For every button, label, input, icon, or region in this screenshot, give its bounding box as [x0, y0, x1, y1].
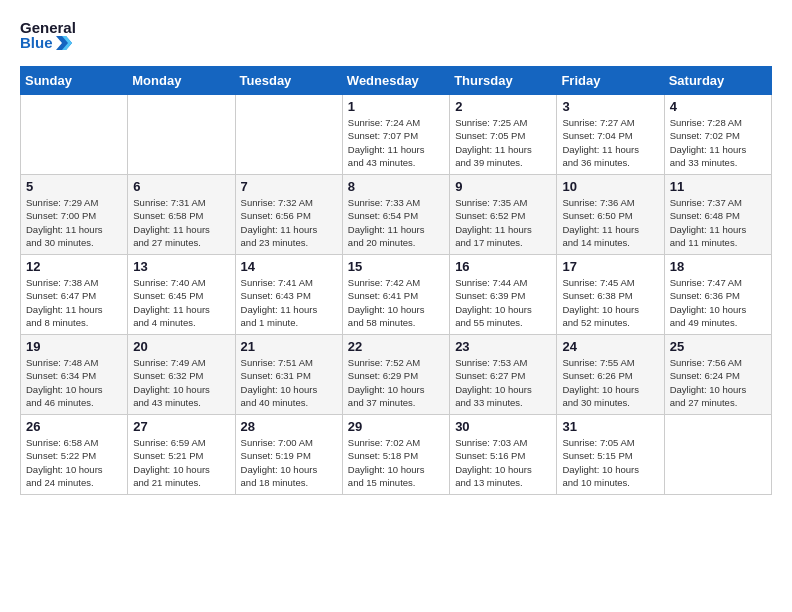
calendar-cell: 27Sunrise: 6:59 AM Sunset: 5:21 PM Dayli…: [128, 415, 235, 495]
cell-content: Sunrise: 7:53 AM Sunset: 6:27 PM Dayligh…: [455, 356, 551, 409]
calendar-cell: 5Sunrise: 7:29 AM Sunset: 7:00 PM Daylig…: [21, 175, 128, 255]
cell-content: Sunrise: 7:47 AM Sunset: 6:36 PM Dayligh…: [670, 276, 766, 329]
calendar-cell: 31Sunrise: 7:05 AM Sunset: 5:15 PM Dayli…: [557, 415, 664, 495]
cell-content: Sunrise: 7:25 AM Sunset: 7:05 PM Dayligh…: [455, 116, 551, 169]
cell-date-number: 4: [670, 99, 766, 114]
calendar-week-1: 1Sunrise: 7:24 AM Sunset: 7:07 PM Daylig…: [21, 95, 772, 175]
calendar-cell: 10Sunrise: 7:36 AM Sunset: 6:50 PM Dayli…: [557, 175, 664, 255]
header: General Blue: [20, 20, 772, 50]
cell-date-number: 24: [562, 339, 658, 354]
cell-date-number: 29: [348, 419, 444, 434]
cell-content: Sunrise: 7:45 AM Sunset: 6:38 PM Dayligh…: [562, 276, 658, 329]
cell-date-number: 15: [348, 259, 444, 274]
cell-date-number: 27: [133, 419, 229, 434]
cell-date-number: 1: [348, 99, 444, 114]
weekday-tuesday: Tuesday: [235, 67, 342, 95]
logo: General Blue: [20, 20, 76, 50]
cell-content: Sunrise: 7:31 AM Sunset: 6:58 PM Dayligh…: [133, 196, 229, 249]
cell-content: Sunrise: 7:42 AM Sunset: 6:41 PM Dayligh…: [348, 276, 444, 329]
weekday-saturday: Saturday: [664, 67, 771, 95]
calendar-cell: 30Sunrise: 7:03 AM Sunset: 5:16 PM Dayli…: [450, 415, 557, 495]
calendar-cell: 25Sunrise: 7:56 AM Sunset: 6:24 PM Dayli…: [664, 335, 771, 415]
calendar-cell: [21, 95, 128, 175]
cell-date-number: 5: [26, 179, 122, 194]
calendar-cell: [128, 95, 235, 175]
cell-date-number: 31: [562, 419, 658, 434]
cell-date-number: 2: [455, 99, 551, 114]
calendar-cell: 16Sunrise: 7:44 AM Sunset: 6:39 PM Dayli…: [450, 255, 557, 335]
weekday-wednesday: Wednesday: [342, 67, 449, 95]
cell-content: Sunrise: 7:40 AM Sunset: 6:45 PM Dayligh…: [133, 276, 229, 329]
cell-date-number: 17: [562, 259, 658, 274]
cell-date-number: 30: [455, 419, 551, 434]
cell-content: Sunrise: 7:35 AM Sunset: 6:52 PM Dayligh…: [455, 196, 551, 249]
cell-date-number: 22: [348, 339, 444, 354]
cell-content: Sunrise: 7:38 AM Sunset: 6:47 PM Dayligh…: [26, 276, 122, 329]
calendar-cell: 17Sunrise: 7:45 AM Sunset: 6:38 PM Dayli…: [557, 255, 664, 335]
cell-date-number: 13: [133, 259, 229, 274]
cell-content: Sunrise: 7:48 AM Sunset: 6:34 PM Dayligh…: [26, 356, 122, 409]
calendar-cell: 13Sunrise: 7:40 AM Sunset: 6:45 PM Dayli…: [128, 255, 235, 335]
cell-date-number: 3: [562, 99, 658, 114]
cell-content: Sunrise: 7:37 AM Sunset: 6:48 PM Dayligh…: [670, 196, 766, 249]
cell-date-number: 14: [241, 259, 337, 274]
logo-wordmark: General Blue: [20, 20, 76, 50]
weekday-monday: Monday: [128, 67, 235, 95]
calendar-cell: 12Sunrise: 7:38 AM Sunset: 6:47 PM Dayli…: [21, 255, 128, 335]
cell-date-number: 16: [455, 259, 551, 274]
cell-content: Sunrise: 7:51 AM Sunset: 6:31 PM Dayligh…: [241, 356, 337, 409]
cell-date-number: 12: [26, 259, 122, 274]
logo-arrow-icon: [56, 36, 72, 50]
calendar-cell: 11Sunrise: 7:37 AM Sunset: 6:48 PM Dayli…: [664, 175, 771, 255]
cell-content: Sunrise: 7:41 AM Sunset: 6:43 PM Dayligh…: [241, 276, 337, 329]
logo-blue-text: Blue: [20, 35, 76, 50]
page: General Blue SundayMondayTuesdayWednesda…: [0, 0, 792, 515]
calendar-cell: 2Sunrise: 7:25 AM Sunset: 7:05 PM Daylig…: [450, 95, 557, 175]
cell-date-number: 7: [241, 179, 337, 194]
cell-content: Sunrise: 7:44 AM Sunset: 6:39 PM Dayligh…: [455, 276, 551, 329]
calendar-cell: 19Sunrise: 7:48 AM Sunset: 6:34 PM Dayli…: [21, 335, 128, 415]
weekday-sunday: Sunday: [21, 67, 128, 95]
cell-content: Sunrise: 6:59 AM Sunset: 5:21 PM Dayligh…: [133, 436, 229, 489]
weekday-thursday: Thursday: [450, 67, 557, 95]
calendar-cell: 1Sunrise: 7:24 AM Sunset: 7:07 PM Daylig…: [342, 95, 449, 175]
calendar-cell: 3Sunrise: 7:27 AM Sunset: 7:04 PM Daylig…: [557, 95, 664, 175]
cell-date-number: 10: [562, 179, 658, 194]
cell-date-number: 25: [670, 339, 766, 354]
calendar-cell: 22Sunrise: 7:52 AM Sunset: 6:29 PM Dayli…: [342, 335, 449, 415]
cell-date-number: 26: [26, 419, 122, 434]
logo-general-text: General: [20, 20, 76, 35]
calendar-week-3: 12Sunrise: 7:38 AM Sunset: 6:47 PM Dayli…: [21, 255, 772, 335]
calendar-cell: 26Sunrise: 6:58 AM Sunset: 5:22 PM Dayli…: [21, 415, 128, 495]
cell-content: Sunrise: 7:32 AM Sunset: 6:56 PM Dayligh…: [241, 196, 337, 249]
cell-content: Sunrise: 7:55 AM Sunset: 6:26 PM Dayligh…: [562, 356, 658, 409]
cell-content: Sunrise: 7:24 AM Sunset: 7:07 PM Dayligh…: [348, 116, 444, 169]
calendar-cell: 14Sunrise: 7:41 AM Sunset: 6:43 PM Dayli…: [235, 255, 342, 335]
cell-date-number: 11: [670, 179, 766, 194]
calendar-week-5: 26Sunrise: 6:58 AM Sunset: 5:22 PM Dayli…: [21, 415, 772, 495]
calendar-cell: 8Sunrise: 7:33 AM Sunset: 6:54 PM Daylig…: [342, 175, 449, 255]
calendar-week-2: 5Sunrise: 7:29 AM Sunset: 7:00 PM Daylig…: [21, 175, 772, 255]
calendar-cell: 9Sunrise: 7:35 AM Sunset: 6:52 PM Daylig…: [450, 175, 557, 255]
cell-content: Sunrise: 7:56 AM Sunset: 6:24 PM Dayligh…: [670, 356, 766, 409]
calendar-cell: 23Sunrise: 7:53 AM Sunset: 6:27 PM Dayli…: [450, 335, 557, 415]
calendar-table: SundayMondayTuesdayWednesdayThursdayFrid…: [20, 66, 772, 495]
cell-content: Sunrise: 7:28 AM Sunset: 7:02 PM Dayligh…: [670, 116, 766, 169]
calendar-cell: 24Sunrise: 7:55 AM Sunset: 6:26 PM Dayli…: [557, 335, 664, 415]
cell-content: Sunrise: 7:49 AM Sunset: 6:32 PM Dayligh…: [133, 356, 229, 409]
calendar-cell: 4Sunrise: 7:28 AM Sunset: 7:02 PM Daylig…: [664, 95, 771, 175]
calendar-cell: 15Sunrise: 7:42 AM Sunset: 6:41 PM Dayli…: [342, 255, 449, 335]
calendar-week-4: 19Sunrise: 7:48 AM Sunset: 6:34 PM Dayli…: [21, 335, 772, 415]
cell-date-number: 21: [241, 339, 337, 354]
calendar-cell: [235, 95, 342, 175]
weekday-header-row: SundayMondayTuesdayWednesdayThursdayFrid…: [21, 67, 772, 95]
calendar-cell: 7Sunrise: 7:32 AM Sunset: 6:56 PM Daylig…: [235, 175, 342, 255]
cell-date-number: 23: [455, 339, 551, 354]
cell-content: Sunrise: 7:03 AM Sunset: 5:16 PM Dayligh…: [455, 436, 551, 489]
cell-date-number: 18: [670, 259, 766, 274]
cell-content: Sunrise: 7:05 AM Sunset: 5:15 PM Dayligh…: [562, 436, 658, 489]
cell-content: Sunrise: 7:33 AM Sunset: 6:54 PM Dayligh…: [348, 196, 444, 249]
calendar-cell: 18Sunrise: 7:47 AM Sunset: 6:36 PM Dayli…: [664, 255, 771, 335]
calendar-cell: 28Sunrise: 7:00 AM Sunset: 5:19 PM Dayli…: [235, 415, 342, 495]
calendar-cell: 29Sunrise: 7:02 AM Sunset: 5:18 PM Dayli…: [342, 415, 449, 495]
